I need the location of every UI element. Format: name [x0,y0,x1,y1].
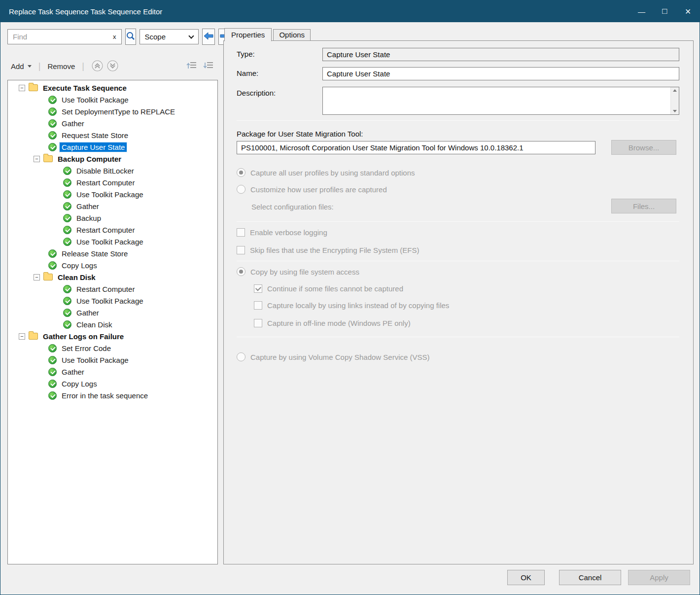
expand-all-button[interactable] [203,61,214,72]
scroll-down-icon[interactable] [673,110,677,112]
continue-checkbox-row: Continue if some files cannot be capture… [254,283,403,293]
tree-task-row[interactable]: Copy Logs [8,259,217,271]
remove-button-label: Remove [47,62,75,70]
tree-task-row[interactable]: Release State Store [8,247,217,259]
continue-checkbox[interactable] [254,284,262,293]
move-up-button[interactable] [91,60,104,73]
scroll-up-icon[interactable] [673,89,677,92]
tree-item-label: Restart Computer [74,178,137,187]
tree-task-row[interactable]: Copy Logs [8,378,217,389]
scope-dropdown[interactable]: Scope [140,29,199,44]
tree-group-row[interactable]: −Backup Computer [8,153,217,165]
tree-toolbar: Add | Remove | [7,57,218,75]
success-check-icon [48,107,57,116]
collapse-toggle-icon[interactable]: − [19,333,25,340]
filesystem-label: Copy by using file system access [250,268,359,276]
tree-task-row[interactable]: Use Toolkit Package [8,94,217,105]
tree-item-label: Clean Disk [74,320,114,329]
move-down-button[interactable] [106,60,119,73]
package-field[interactable] [237,141,595,154]
success-check-icon [48,391,57,400]
efs-checkbox[interactable] [237,246,245,254]
tree-item-label: Clean Disk [56,273,98,282]
tree-group-row[interactable]: −Execute Task Sequence [8,82,217,94]
search-icon [126,31,136,42]
capture-custom-radio[interactable] [237,185,245,194]
description-field[interactable] [323,87,670,114]
tree-task-row[interactable]: Gather [8,366,217,378]
chevron-up-circle-icon [91,60,104,73]
collapse-toggle-icon[interactable]: − [34,274,40,280]
ok-button[interactable]: OK [507,570,545,585]
minimize-button[interactable]: — [630,0,653,22]
success-check-icon [63,238,71,246]
close-button[interactable]: × [676,0,700,22]
browse-button[interactable]: Browse... [611,140,676,155]
find-previous-button[interactable] [202,29,215,45]
tree-item-label: Set DeploymentType to REPLACE [60,107,177,116]
toolbar-right-group [186,61,216,72]
links-label: Capture locally by using links instead o… [267,301,449,310]
find-input[interactable] [12,32,112,41]
tree-task-row[interactable]: Backup [8,212,217,224]
tree-task-row[interactable]: Use Toolkit Package [8,188,217,200]
tree-item-label: Use Toolkit Package [74,237,145,246]
tree-task-row[interactable]: Restart Computer [8,176,217,188]
expand-all-icon [203,64,214,72]
tab-properties[interactable]: Properties [224,28,272,41]
filesystem-radio-row: Copy by using file system access [237,267,359,277]
tree-task-row[interactable]: Restart Computer [8,283,217,295]
clear-find-button[interactable]: x [112,33,117,40]
cancel-button[interactable]: Cancel [559,570,621,585]
vss-radio[interactable] [237,352,245,361]
tree-task-row[interactable]: Clean Disk [8,318,217,330]
files-button[interactable]: Files... [611,199,676,213]
tree-task-row[interactable]: Use Toolkit Package [8,295,217,307]
tree-task-row[interactable]: Use Toolkit Package [8,354,217,366]
tree-item-label: Capture User State [60,142,127,152]
offline-label: Capture in off-line mode (Windows PE onl… [267,319,411,327]
apply-button[interactable]: Apply [628,570,690,585]
tree-task-row[interactable]: Gather [8,200,217,212]
tree-task-row[interactable]: Request State Store [8,129,217,141]
offline-checkbox[interactable] [254,319,262,327]
success-check-icon [63,167,71,175]
tree-group-row[interactable]: −Gather Logs on Failure [8,330,217,342]
collapse-toggle-icon[interactable]: − [34,156,40,162]
tree-task-row[interactable]: Set DeploymentType to REPLACE [8,105,217,117]
success-check-icon [48,368,57,376]
filesystem-radio[interactable] [237,267,245,276]
tree-task-row[interactable]: Set Error Code [8,342,217,354]
search-button[interactable] [125,29,136,45]
tree-task-row[interactable]: Use Toolkit Package [8,236,217,247]
tree-item-label: Release State Store [60,249,130,258]
continue-label: Continue if some files cannot be capture… [267,284,403,293]
tree-task-row[interactable]: Gather [8,117,217,129]
verbose-checkbox[interactable] [237,228,245,237]
tree-task-row[interactable]: Gather [8,307,217,318]
add-button[interactable]: Add [9,62,33,70]
success-check-icon [48,119,57,128]
tree-group-row[interactable]: −Clean Disk [8,271,217,283]
remove-button[interactable]: Remove [46,62,76,70]
name-field[interactable] [322,67,679,80]
collapse-all-button[interactable] [186,61,197,72]
links-checkbox[interactable] [254,301,262,310]
tree-item-label: Gather [74,202,101,211]
collapse-all-icon [186,64,197,72]
type-field[interactable] [322,48,679,61]
capture-standard-radio[interactable] [237,168,245,177]
description-scrollbar[interactable] [670,87,679,114]
maximize-button[interactable]: □ [653,0,676,22]
collapse-toggle-icon[interactable]: − [19,85,25,91]
tree-task-row[interactable]: Disable BitLocker [8,165,217,176]
tree-task-row[interactable]: Error in the task sequence [8,389,217,401]
success-check-icon [63,309,71,317]
tab-options[interactable]: Options [273,29,311,41]
tree-task-row[interactable]: Capture User State [8,141,217,153]
tree-item-label: Use Toolkit Package [60,355,131,365]
tree-item-label: Backup [74,213,103,223]
tree-task-row[interactable]: Restart Computer [8,224,217,236]
success-check-icon [63,226,71,234]
success-check-icon [48,96,57,104]
